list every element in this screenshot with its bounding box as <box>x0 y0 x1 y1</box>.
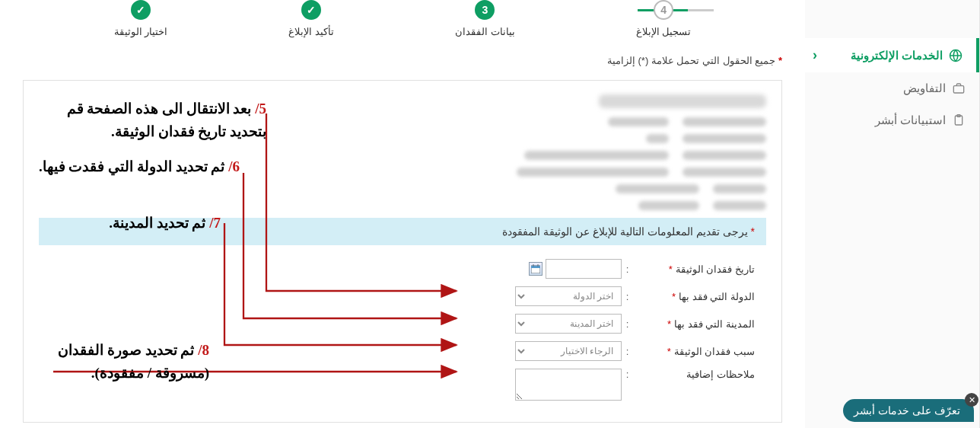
notes-textarea[interactable] <box>515 369 622 401</box>
loss-date-input[interactable] <box>546 259 622 279</box>
sidebar: الخدمات الإلكترونية ‹ التفاويض استبيانات… <box>805 0 980 428</box>
city-label: المدينة التي فقد بها* <box>633 318 755 330</box>
svg-rect-3 <box>531 266 540 268</box>
reason-label: سبب فقدان الوثيقة* <box>633 346 755 357</box>
clipboard-icon <box>952 113 966 127</box>
document-info-panel: * يرجى تقديم المعلومات التالية للإبلاغ ع… <box>23 80 782 423</box>
step-2: ✓ تأكيد الإبلاغ <box>288 0 334 37</box>
absher-services-pill[interactable]: ✕ تعرّف على خدمات أبشر <box>843 399 974 422</box>
country-label: الدولة التي فقد بها* <box>633 291 755 302</box>
city-select[interactable]: اختر المدينة <box>515 314 622 334</box>
briefcase-icon <box>952 81 966 95</box>
step-1-circle: ✓ <box>131 0 151 20</box>
chevron-left-icon: ‹ <box>813 47 817 63</box>
svg-rect-7 <box>953 86 963 93</box>
step-3: 3 بيانات الفقدان <box>455 0 515 37</box>
loss-date-label: تاريخ فقدان الوثيقة* <box>633 264 755 275</box>
pill-text: تعرّف على خدمات أبشر <box>854 404 960 417</box>
mandatory-fields-note: * جميع الحقول التي تحمل علامة (*) إلزامي… <box>8 49 797 72</box>
step-2-circle: ✓ <box>301 0 321 20</box>
blurred-title <box>599 94 766 108</box>
sidebar-item-label: استبيانات أبشر <box>875 113 946 127</box>
step-2-label: تأكيد الإبلاغ <box>288 26 334 37</box>
form-section-header: * يرجى تقديم المعلومات التالية للإبلاغ ع… <box>39 218 766 245</box>
country-select[interactable]: اختر الدولة <box>515 286 622 306</box>
reason-select[interactable]: الرجاء الاختيار <box>515 341 622 361</box>
notes-label: ملاحظات إضافية <box>633 369 755 380</box>
sidebar-item-authorizations[interactable]: التفاويض <box>805 72 979 104</box>
step-3-label: بيانات الفقدان <box>455 26 515 37</box>
step-4-label: تسجيل الإبلاغ <box>636 26 692 37</box>
calendar-icon[interactable] <box>529 262 542 276</box>
sidebar-item-label: الخدمات الإلكترونية <box>851 49 943 62</box>
close-icon[interactable]: ✕ <box>965 393 978 407</box>
step-4-circle: 4 <box>654 0 673 20</box>
step-4: 4 تسجيل الإبلاغ <box>636 0 692 37</box>
sidebar-item-surveys[interactable]: استبيانات أبشر <box>805 104 979 136</box>
step-3-circle: 3 <box>475 0 495 20</box>
sidebar-item-label: التفاويض <box>903 81 946 95</box>
step-1: ✓ اختيار الوثيقة <box>114 0 168 37</box>
globe-icon <box>949 49 963 62</box>
loss-form: تاريخ فقدان الوثيقة* : الدولة التي فقد ب… <box>39 245 766 416</box>
sidebar-item-eservices[interactable]: الخدمات الإلكترونية ‹ <box>805 38 979 72</box>
progress-stepper: ✓ اختيار الوثيقة ✓ تأكيد الإبلاغ 3 بيانا… <box>8 0 797 37</box>
step-1-label: اختيار الوثيقة <box>114 26 168 37</box>
